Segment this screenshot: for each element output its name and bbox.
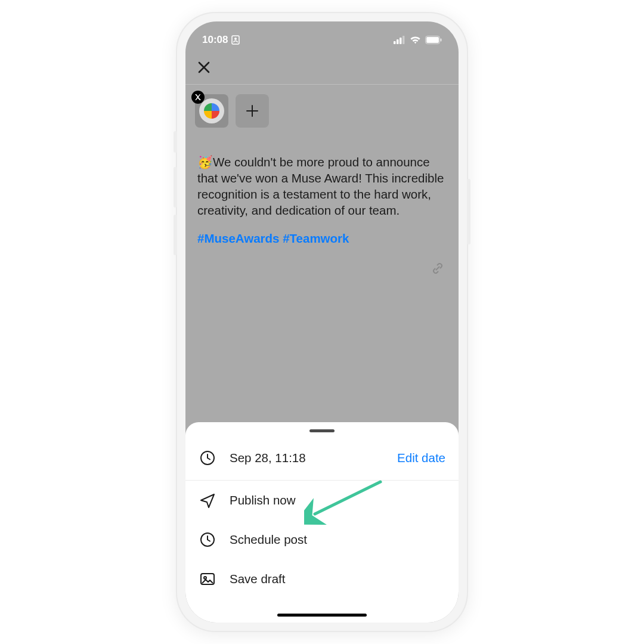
close-icon: [197, 61, 210, 74]
x-badge-icon: [191, 91, 205, 104]
link-icon[interactable]: [430, 261, 445, 278]
post-text: We couldn't be more proud to announce th…: [197, 155, 444, 217]
publish-now-row[interactable]: Publish now: [185, 481, 459, 520]
status-time: 10:08: [202, 34, 228, 46]
phone-volume-up: [174, 167, 177, 208]
svg-rect-8: [441, 39, 442, 42]
account-selector-row: [185, 85, 459, 128]
save-draft-row[interactable]: Save draft: [185, 559, 459, 599]
action-sheet: Sep 28, 11:18 Edit date Publish now Sche…: [185, 422, 459, 623]
image-icon: [199, 570, 216, 588]
compose-text-area[interactable]: 🥳We couldn't be more proud to announce t…: [185, 128, 459, 246]
phone-power-button: [467, 179, 470, 244]
schedule-post-label: Schedule post: [230, 532, 445, 547]
phone-volume-down: [174, 215, 177, 255]
post-emoji: 🥳: [197, 155, 213, 169]
svg-rect-7: [426, 37, 439, 43]
wifi-icon: [410, 36, 421, 44]
post-hashtags: #MuseAwards #Teamwork: [197, 230, 447, 246]
close-button[interactable]: [194, 57, 214, 78]
phone-side-button: [174, 131, 177, 153]
avatar-logo: [204, 103, 219, 119]
scheduled-date-label: Sep 28, 11:18: [230, 451, 384, 465]
svg-rect-4: [400, 38, 402, 44]
add-account-button[interactable]: [236, 94, 269, 128]
selected-account-chip[interactable]: [195, 94, 228, 128]
person-card-icon: [231, 35, 240, 45]
svg-rect-2: [394, 41, 396, 44]
status-bar: 10:08: [185, 21, 459, 50]
top-bar: [185, 50, 459, 85]
avatar: [199, 98, 224, 123]
publish-now-label: Publish now: [230, 493, 445, 507]
clock-icon: [199, 449, 216, 467]
plus-icon: [245, 104, 259, 118]
svg-rect-5: [402, 36, 405, 44]
screen: 10:08: [185, 21, 459, 623]
edit-date-link[interactable]: Edit date: [397, 451, 445, 465]
svg-rect-3: [397, 39, 399, 44]
svg-point-1: [234, 38, 237, 40]
svg-point-12: [204, 577, 206, 579]
send-icon: [199, 491, 216, 509]
scheduled-date-row[interactable]: Sep 28, 11:18 Edit date: [185, 444, 459, 481]
battery-icon: [425, 36, 442, 44]
sheet-grabber[interactable]: [309, 429, 335, 432]
phone-frame: 10:08: [176, 12, 468, 632]
save-draft-label: Save draft: [230, 572, 445, 586]
schedule-post-row[interactable]: Schedule post: [185, 520, 459, 559]
cellular-icon: [394, 36, 405, 44]
clock-icon: [199, 531, 216, 549]
home-indicator[interactable]: [277, 614, 367, 617]
